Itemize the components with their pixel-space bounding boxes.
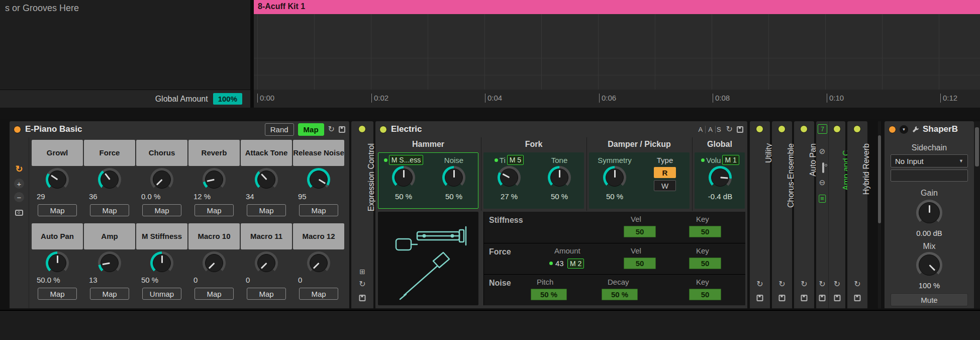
save-preset-icon[interactable] [779, 295, 786, 301]
pickup-type-w-button[interactable]: W [654, 180, 676, 191]
save-preset-icon[interactable] [339, 126, 345, 133]
stiffness-key-value[interactable]: 50 [689, 226, 721, 237]
device-on-led[interactable] [14, 126, 21, 133]
macro-knob[interactable] [150, 168, 173, 191]
stiffness-vel-value[interactable]: 50 [624, 226, 656, 237]
macro-value[interactable]: 50.0 % [37, 276, 60, 284]
chain-scrollbar[interactable] [878, 121, 881, 308]
hotswap-icon[interactable]: ↻ [328, 125, 335, 133]
hotswap-icon[interactable]: ↻ [778, 280, 785, 288]
macro-name[interactable]: Force [84, 140, 135, 166]
device-on-led[interactable] [833, 125, 841, 133]
param-value[interactable]: 50 % [591, 192, 639, 201]
view-scrollbar[interactable] [974, 121, 980, 308]
scrollbar-thumb[interactable] [878, 135, 881, 223]
fold-triangle-icon[interactable]: ▼ [900, 125, 908, 134]
noise-decay-value[interactable]: 50 % [602, 289, 638, 300]
macro-name[interactable]: Release Noise [293, 140, 344, 166]
macro-value[interactable]: 34 [246, 192, 254, 201]
macro-value[interactable]: 12 % [193, 192, 211, 201]
param-value[interactable]: 50 % [535, 192, 583, 201]
macro-value[interactable]: 0 [193, 276, 198, 284]
macro-map-button[interactable]: Map [142, 204, 181, 216]
macro-name[interactable]: M Stiffness [136, 223, 187, 249]
remove-icon[interactable]: − [14, 192, 24, 202]
device-expression-control[interactable]: Expression Control ⊞ ↻ [351, 121, 373, 308]
force-vel-value[interactable]: 50 [624, 258, 656, 269]
gain-knob[interactable] [916, 200, 942, 226]
save-preset-icon[interactable] [834, 295, 840, 301]
macro-knob[interactable] [203, 168, 226, 191]
snapshot-camera-icon[interactable] [822, 162, 824, 173]
device-on-led[interactable] [778, 125, 786, 133]
macro-map-button[interactable]: Map [90, 288, 129, 300]
noise-knob[interactable] [442, 166, 465, 189]
macro-map-button[interactable]: Map [247, 288, 286, 300]
hotswap-icon[interactable]: ↻ [819, 280, 825, 288]
mapped-macro-badge[interactable]: M 2 [567, 259, 584, 269]
device-title[interactable]: E-Piano Basic [25, 124, 82, 134]
save-preset-icon[interactable] [801, 295, 808, 301]
volume-knob[interactable] [709, 166, 732, 189]
macro-name[interactable]: Chorus [136, 140, 187, 166]
macro-knob[interactable] [150, 251, 173, 275]
device-amp-rack[interactable]: 7 ⊘ ⊖ ≡ ↻ Amp and C... ↻ [816, 121, 845, 308]
grid-panel-icon[interactable]: ⊞ [359, 268, 365, 275]
macro-name[interactable]: Auto Pan [32, 223, 83, 249]
device-utility[interactable]: Utility ↻ [750, 121, 770, 308]
device-on-led[interactable] [756, 125, 763, 133]
clip-title-bar[interactable]: 8-Acuff Kit 1 [254, 0, 980, 14]
macro-name[interactable]: Growl [32, 140, 83, 166]
device-on-led[interactable] [358, 125, 366, 133]
hotswap-icon[interactable]: ↻ [801, 280, 807, 288]
macro-knob[interactable] [255, 251, 278, 275]
macro-map-button[interactable]: Map [247, 204, 286, 216]
macro-knob[interactable] [203, 251, 226, 275]
macro-value[interactable]: 0 [246, 276, 250, 284]
macro-value[interactable]: 95 [298, 192, 307, 201]
tine-knob[interactable] [498, 166, 521, 189]
sidechain-gain-field[interactable] [891, 169, 968, 182]
mix-value[interactable]: 100 % [885, 281, 974, 290]
mapped-macro-label[interactable]: M S...ess [389, 155, 423, 165]
global-amount-value[interactable]: 100% [213, 93, 242, 105]
device-title[interactable]: Expression Control [367, 143, 376, 211]
noise-pitch-value[interactable]: 50 % [531, 289, 567, 300]
device-title[interactable]: ShaperBo [923, 124, 958, 134]
macro-value[interactable]: 29 [37, 192, 45, 201]
macro-name[interactable]: Macro 10 [188, 223, 240, 249]
macro-value[interactable]: 50 % [141, 276, 158, 284]
variations-icon[interactable]: ⊘ [819, 147, 826, 155]
hotswap-icon[interactable]: ↻ [834, 280, 840, 288]
hotswap-icon[interactable]: ↻ [854, 280, 860, 288]
macro-value[interactable]: 13 [89, 276, 97, 284]
time-ruler[interactable]: 0:00 0:02 0:04 0:06 0:08 0:10 0:12 [254, 90, 980, 108]
macro-knob[interactable] [98, 251, 121, 275]
snapshot-camera-icon[interactable] [15, 210, 23, 216]
symmetry-knob[interactable] [603, 166, 626, 189]
macro-map-button[interactable]: Map [194, 204, 234, 216]
hotswap-icon[interactable]: ↻ [726, 125, 733, 133]
stiffness-knob[interactable] [392, 166, 415, 189]
macro-knob[interactable] [255, 168, 278, 191]
macro-value[interactable]: 36 [89, 192, 97, 201]
macro-name[interactable]: Reverb [188, 140, 240, 166]
save-preset-icon[interactable] [359, 295, 366, 301]
noise-key-value[interactable]: 50 [689, 289, 721, 300]
macro-map-button[interactable]: Map [194, 288, 234, 300]
macro-map-button[interactable]: Map [299, 204, 338, 216]
hotswap-icon[interactable]: ↻ [359, 280, 365, 288]
mapped-macro-badge[interactable]: M 5 [507, 155, 524, 165]
map-mode-button[interactable]: Map [298, 123, 324, 136]
param-value[interactable]: 50 % [379, 192, 428, 201]
macro-map-button[interactable]: Map [90, 204, 129, 216]
macro-knob[interactable] [307, 251, 330, 275]
clip-grid-area[interactable] [254, 14, 980, 90]
force-key-value[interactable]: 50 [689, 258, 721, 269]
macro-knob[interactable] [46, 168, 69, 191]
mute-button[interactable]: Mute [891, 293, 968, 306]
force-amount-value[interactable]: 43 [555, 259, 564, 268]
rand-button[interactable]: Rand [265, 123, 294, 136]
save-preset-icon[interactable] [854, 295, 861, 301]
device-on-led[interactable] [800, 125, 808, 133]
